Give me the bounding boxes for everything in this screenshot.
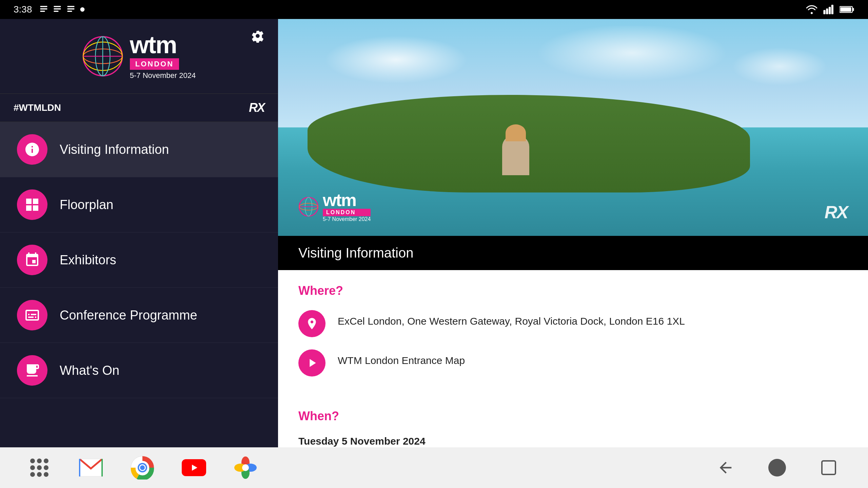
event-dates: 5-7 November 2024 [130, 71, 196, 80]
status-bar: 3:38 [0, 0, 868, 19]
sidebar-item-floorplan[interactable]: Floorplan [0, 177, 278, 232]
main-container: wtm LONDON 5-7 November 2024 #WTMLDN RX … [0, 19, 868, 447]
home-button[interactable] [765, 455, 789, 480]
bottom-nav-bar [0, 447, 868, 488]
hero-dates: 5-7 November 2024 [323, 216, 371, 222]
rx-logo: RX [249, 101, 264, 115]
chrome-icon [131, 456, 154, 480]
sidebar-item-exhibitors[interactable]: Exhibitors [0, 232, 278, 288]
wifi-icon [806, 5, 818, 14]
content-body: Where? ExCel London, One Western Gateway… [278, 270, 868, 447]
visiting-info-icon-circle [17, 134, 47, 165]
sidebar: wtm LONDON 5-7 November 2024 #WTMLDN RX … [0, 19, 278, 447]
hero-globe-icon [298, 197, 319, 217]
bottom-nav-left [27, 455, 258, 480]
when-heading: When? [298, 409, 848, 423]
whatson-icon [24, 362, 40, 379]
sidebar-item-conference-programme[interactable]: Conference Programme [0, 288, 278, 343]
svg-rect-5 [54, 11, 58, 12]
hashtag-label: #WTMLDN [14, 102, 61, 113]
svg-rect-6 [67, 6, 74, 7]
where-heading: Where? [298, 284, 848, 298]
chrome-button[interactable] [130, 455, 155, 480]
sidebar-header: wtm LONDON 5-7 November 2024 [0, 19, 278, 94]
play-icon-circle [298, 349, 326, 377]
status-bar-right [806, 5, 854, 14]
exhibitors-icon-circle [17, 245, 47, 275]
youtube-button[interactable] [182, 455, 206, 480]
whats-on-label: What's On [60, 363, 119, 378]
entrance-map-label: WTM London Entrance Map [338, 349, 465, 368]
gmail-icon [79, 459, 103, 476]
svg-rect-11 [826, 8, 828, 14]
apps-grid-icon [30, 459, 48, 477]
hero-building [502, 135, 529, 175]
visiting-info-label: Visiting Information [60, 142, 169, 157]
content-panel: Visiting Information Where? ExCel London… [278, 236, 868, 447]
apps-button[interactable] [27, 455, 52, 480]
svg-rect-12 [829, 7, 831, 14]
tuesday-day: Tuesday 5 November 2024 Show timings: 9:… [298, 435, 848, 447]
svg-point-9 [80, 7, 84, 12]
svg-rect-3 [54, 6, 61, 7]
wtm-text-group: wtm LONDON 5-7 November 2024 [130, 33, 196, 80]
conference-icon [24, 307, 40, 323]
floorplan-label: Floorplan [60, 198, 113, 212]
svg-point-33 [140, 465, 145, 470]
youtube-play-icon [188, 463, 200, 473]
bottom-nav-right [713, 455, 841, 480]
logo-container: wtm LONDON 5-7 November 2024 [82, 33, 196, 80]
recent-apps-icon [821, 460, 836, 475]
svg-rect-15 [852, 8, 854, 11]
location-pin-icon [305, 317, 319, 330]
svg-rect-10 [823, 10, 825, 14]
back-button[interactable] [713, 455, 738, 480]
svg-rect-7 [67, 8, 74, 10]
hero-wtm-text: wtm [323, 191, 371, 209]
svg-point-39 [242, 464, 249, 471]
sidebar-item-whats-on[interactable]: What's On [0, 343, 278, 398]
gmail-button[interactable] [79, 455, 103, 480]
hero-image: wtm LONDON 5-7 November 2024 RX [278, 19, 868, 236]
hero-wtm-overlay: wtm LONDON 5-7 November 2024 [298, 191, 371, 222]
notification-icon-1 [39, 5, 48, 14]
battery-icon [840, 5, 854, 14]
london-badge: LONDON [130, 58, 179, 70]
home-icon [768, 459, 786, 476]
hero-rx-logo: RX [825, 202, 848, 222]
dot-icon [80, 7, 85, 12]
exhibitors-icon [24, 252, 40, 268]
conference-icon-circle [17, 300, 47, 330]
floorplan-icon [24, 197, 40, 213]
where-section: Where? ExCel London, One Western Gateway… [298, 284, 848, 377]
back-icon [717, 459, 734, 476]
svg-marker-34 [192, 465, 197, 471]
sidebar-item-visiting-info[interactable]: Visiting Information [0, 122, 278, 177]
youtube-icon [182, 459, 206, 476]
settings-button[interactable] [251, 29, 264, 46]
notification-icon-2 [53, 5, 62, 14]
tuesday-label: Tuesday 5 November 2024 [298, 435, 848, 447]
google-photos-button[interactable] [233, 455, 258, 480]
svg-rect-0 [40, 6, 47, 7]
location-icon-circle [298, 310, 326, 337]
clock: 3:38 [14, 4, 32, 15]
nav-items-list: Visiting Information Floorplan Exh [0, 122, 278, 447]
signal-icon [823, 5, 834, 14]
location-item[interactable]: ExCel London, One Western Gateway, Royal… [298, 310, 848, 337]
play-icon [305, 356, 319, 370]
wtm-globe-icon [82, 36, 123, 77]
svg-rect-8 [67, 11, 72, 12]
page-title: Visiting Information [298, 245, 848, 261]
svg-rect-2 [40, 11, 45, 12]
hero-clouds [278, 26, 868, 94]
recent-apps-button[interactable] [816, 455, 841, 480]
content-title-bar: Visiting Information [278, 236, 868, 270]
svg-rect-13 [831, 5, 833, 14]
hero-wtm-logo: wtm LONDON 5-7 November 2024 [298, 191, 371, 222]
info-icon [24, 141, 40, 158]
wtm-brand-name: wtm [130, 33, 177, 57]
entrance-map-item[interactable]: WTM London Entrance Map [298, 349, 848, 377]
content-area: wtm LONDON 5-7 November 2024 RX Visiting… [278, 19, 868, 447]
floorplan-icon-circle [17, 189, 47, 220]
